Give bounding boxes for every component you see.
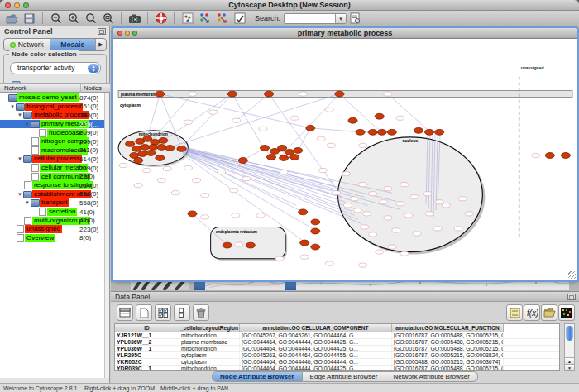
expand-arrow-icon[interactable]: ▼ bbox=[17, 156, 23, 161]
network-node[interactable] bbox=[359, 263, 367, 267]
network-node[interactable] bbox=[142, 168, 151, 172]
tab-network[interactable]: Network bbox=[4, 39, 50, 50]
tree-row[interactable]: cell communicat22(0) bbox=[0, 172, 105, 181]
network-node[interactable] bbox=[266, 155, 275, 160]
network-view-titlebar[interactable]: primary metabolic process bbox=[113, 28, 577, 39]
network-node[interactable] bbox=[300, 255, 309, 259]
expand-arrow-icon[interactable]: ▼ bbox=[17, 112, 23, 117]
network-node[interactable] bbox=[156, 155, 165, 161]
network-node[interactable] bbox=[165, 146, 175, 151]
network-node[interactable] bbox=[134, 158, 143, 164]
network-edge[interactable] bbox=[310, 128, 360, 132]
network-node[interactable] bbox=[454, 227, 462, 231]
search-input[interactable]: ▾ bbox=[284, 13, 347, 24]
network-node[interactable] bbox=[209, 110, 218, 114]
expand-arrow-icon[interactable]: ▼ bbox=[25, 122, 31, 127]
attribute-matrix-button[interactable] bbox=[558, 304, 575, 321]
network-node[interactable] bbox=[232, 213, 240, 218]
network-node[interactable] bbox=[235, 242, 243, 246]
network-node[interactable] bbox=[425, 129, 434, 135]
network-node[interactable] bbox=[342, 171, 350, 175]
zoom-fit-icon[interactable] bbox=[84, 12, 98, 25]
table-row[interactable]: YJR121W__1mitochondrion[GO:0045267, GO:0… bbox=[115, 332, 559, 339]
tree-row[interactable]: ▼metabolic process280(0) bbox=[0, 111, 105, 120]
network-edge[interactable] bbox=[184, 153, 361, 223]
save-icon[interactable] bbox=[22, 12, 36, 25]
network-node[interactable] bbox=[410, 195, 419, 199]
table-row[interactable]: YDR039C__1mitochondrion[GO:0044464, GO:0… bbox=[115, 366, 559, 371]
network-node[interactable] bbox=[146, 151, 156, 156]
zoom-in-icon[interactable] bbox=[66, 12, 80, 25]
network-edge[interactable] bbox=[163, 94, 232, 141]
network-edge[interactable] bbox=[153, 94, 192, 139]
network-node[interactable] bbox=[201, 215, 209, 219]
table-row[interactable]: YPL036W__2plasma membrane[GO:0044464, GO… bbox=[115, 339, 559, 346]
network-node[interactable] bbox=[184, 165, 192, 170]
window-titlebar[interactable]: Cytoscape Desktop (New Session) bbox=[0, 0, 579, 11]
layout-red-icon[interactable] bbox=[215, 12, 229, 25]
tree-row[interactable]: secretion41(0) bbox=[0, 208, 105, 217]
nucleus-region[interactable] bbox=[337, 137, 482, 252]
tree-row[interactable]: ▼biological_process651(0) bbox=[0, 103, 105, 112]
tab-network-attribute-browser[interactable]: Network Attribute Browser bbox=[385, 371, 477, 382]
network-node[interactable] bbox=[260, 146, 269, 151]
scroll-up-icon[interactable]: ▲ bbox=[565, 357, 574, 364]
tab-node-attribute-browser[interactable]: Node Attribute Browser bbox=[212, 371, 303, 382]
network-node[interactable] bbox=[413, 232, 421, 236]
layout-blue-icon[interactable] bbox=[198, 12, 212, 25]
tree-row[interactable]: multi-organism pro42(0) bbox=[0, 216, 105, 225]
network-edge[interactable] bbox=[183, 151, 348, 207]
scrollbar-thumb[interactable] bbox=[566, 326, 573, 341]
tree-row[interactable]: ▼establishment of lo558(0) bbox=[0, 190, 105, 199]
network-node[interactable] bbox=[157, 145, 166, 151]
network-node[interactable] bbox=[119, 163, 127, 167]
network-node[interactable] bbox=[141, 145, 150, 151]
network-node[interactable] bbox=[171, 191, 179, 195]
network-node[interactable] bbox=[311, 219, 320, 225]
expand-arrow-icon[interactable]: ▼ bbox=[17, 192, 23, 197]
network-node[interactable] bbox=[259, 127, 267, 131]
tree-row[interactable]: cellular metabo209(0) bbox=[0, 164, 105, 173]
network-node[interactable] bbox=[387, 129, 396, 135]
network-node[interactable] bbox=[325, 108, 333, 112]
network-node[interactable] bbox=[363, 212, 371, 216]
network-node[interactable] bbox=[317, 136, 325, 141]
more-tabs-arrow-icon[interactable]: ▶ bbox=[96, 39, 106, 50]
network-node[interactable] bbox=[400, 251, 409, 256]
select-attributes-button[interactable] bbox=[155, 304, 171, 321]
unselect-attributes-button[interactable] bbox=[174, 304, 190, 321]
network-node[interactable] bbox=[384, 187, 392, 191]
network-canvas[interactable]: plasma membranecytoplasmnucleusmitochond… bbox=[113, 39, 577, 280]
network-node[interactable] bbox=[380, 200, 388, 204]
network-node[interactable] bbox=[238, 158, 247, 164]
function-builder-button[interactable]: f(x) bbox=[524, 304, 540, 321]
network-node[interactable] bbox=[433, 227, 442, 231]
network-node[interactable] bbox=[132, 146, 141, 152]
network-node[interactable] bbox=[299, 209, 308, 215]
delete-attribute-button[interactable] bbox=[193, 304, 209, 321]
network-node[interactable] bbox=[325, 261, 333, 265]
network-node[interactable] bbox=[232, 118, 241, 122]
network-node[interactable] bbox=[435, 129, 444, 135]
network-node[interactable] bbox=[376, 250, 384, 254]
network-node[interactable] bbox=[280, 170, 288, 174]
network-node[interactable] bbox=[375, 113, 384, 119]
network-node[interactable] bbox=[149, 145, 158, 151]
network-node[interactable] bbox=[423, 192, 432, 196]
network-node[interactable] bbox=[242, 177, 251, 181]
network-node[interactable] bbox=[218, 170, 226, 174]
network-overview-icon[interactable] bbox=[180, 12, 194, 25]
network-node[interactable] bbox=[159, 137, 168, 143]
network-node[interactable] bbox=[388, 245, 396, 249]
network-node[interactable] bbox=[280, 155, 289, 161]
network-node[interactable] bbox=[223, 242, 232, 248]
network-edge[interactable] bbox=[339, 94, 380, 132]
network-view-window[interactable]: primary metabolic process plasma membran… bbox=[113, 28, 577, 280]
table-scrollbar[interactable]: ▲ ▼ bbox=[564, 323, 575, 371]
tree-row[interactable]: macromolecule311(0) bbox=[0, 146, 105, 155]
network-node[interactable] bbox=[396, 116, 404, 120]
table-header-cell[interactable]: annotation.GO MOLECULAR_FUNCTION bbox=[392, 324, 504, 332]
tree-row[interactable]: mosaic-demo-yeast874(0) bbox=[0, 93, 105, 103]
zoom-selected-icon[interactable] bbox=[101, 12, 115, 25]
network-node[interactable] bbox=[400, 183, 409, 187]
